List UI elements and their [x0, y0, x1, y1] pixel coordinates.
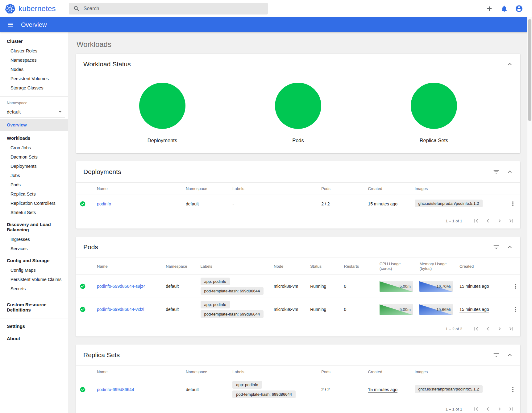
search-bar[interactable]	[69, 3, 268, 14]
last-page-button[interactable]	[505, 215, 517, 227]
cell-created: 15 minutes ago	[368, 201, 397, 207]
table-row: podinfo-699d86644-vxfzl default app: pod…	[76, 298, 520, 321]
pod-link[interactable]: podinfo-699d86644-vxfzl	[97, 307, 144, 312]
sidebar-item-services[interactable]: Services	[0, 244, 68, 253]
sidebar-item-custom-resource-definitions[interactable]: Custom Resource Definitions	[0, 297, 68, 315]
next-page-button[interactable]	[494, 215, 505, 227]
sidebar-section-config-storage[interactable]: Config and Storage	[0, 253, 68, 266]
filter-button[interactable]	[490, 241, 502, 253]
memory-value: 16.70Mi	[436, 284, 451, 289]
search-input[interactable]	[84, 6, 264, 11]
namespace-select[interactable]: default	[0, 106, 65, 118]
label-chip: pod-template-hash: 699d86644	[232, 390, 296, 398]
chevron-right-icon	[496, 406, 503, 412]
scrollbar[interactable]	[527, 17, 532, 413]
collapse-icon	[506, 243, 513, 251]
sidebar-item-ingresses[interactable]: Ingresses	[0, 235, 68, 244]
card-title: Deployments	[83, 168, 121, 176]
cpu-value: 5.00m	[400, 307, 411, 312]
next-page-button[interactable]	[494, 403, 505, 413]
filter-button[interactable]	[490, 349, 502, 361]
workload-status-card: Workload Status Deployments Pods Replica…	[76, 54, 520, 153]
deployment-link[interactable]: podinfo	[97, 201, 111, 206]
pods-table: Name Namespace Labels Node Status Restar…	[76, 258, 520, 321]
collapse-button[interactable]	[504, 349, 516, 361]
last-page-button[interactable]	[505, 403, 517, 413]
app-header: kubernetes	[0, 0, 532, 17]
sidebar-item-nodes[interactable]: Nodes	[0, 65, 68, 74]
card-header: Replica Sets	[76, 345, 520, 366]
cell-labels: -	[229, 195, 318, 213]
deployments-status-chart: Deployments	[139, 83, 185, 143]
first-page-button[interactable]	[470, 323, 482, 335]
cell-created: 15 minutes ago	[459, 284, 489, 289]
previous-page-button[interactable]	[482, 323, 494, 335]
sidebar-item-replica-sets[interactable]: Replica Sets	[0, 189, 68, 199]
hamburger-icon	[7, 21, 14, 28]
collapse-icon	[506, 168, 513, 176]
brand[interactable]: kubernetes	[5, 3, 56, 14]
previous-page-button[interactable]	[482, 403, 494, 413]
label-chip: pod-template-hash: 699d86644	[201, 287, 264, 295]
card-title: Pods	[83, 243, 98, 251]
label-chip: app: podinfo	[201, 301, 230, 308]
image-chip: ghcr.io/stefanprodan/podinfo:5.1.2	[415, 200, 483, 207]
previous-page-button[interactable]	[482, 215, 494, 227]
column-header-namespace: Namespace	[182, 183, 229, 195]
sidebar-item-deployments[interactable]: Deployments	[0, 162, 68, 171]
table-row: podinfo default - 2 / 2 15 minutes ago g…	[76, 195, 520, 213]
filter-button[interactable]	[490, 166, 502, 178]
memory-sparkline: 16.70Mi	[419, 281, 453, 292]
cell-labels: app: podinfo pod-template-hash: 699d8664…	[232, 381, 314, 398]
sidebar-item-cluster-roles[interactable]: Cluster Roles	[0, 46, 68, 56]
collapse-button[interactable]	[504, 241, 516, 253]
chevron-left-icon	[484, 217, 491, 224]
cell-pods: 2 / 2	[318, 195, 364, 213]
label-chip: app: podinfo	[201, 278, 230, 285]
first-page-button[interactable]	[470, 403, 482, 413]
sidebar-item-persistent-volume-claims[interactable]: Persistent Volume Claims	[0, 275, 68, 284]
row-menu-button[interactable]	[507, 383, 519, 396]
pod-link[interactable]: podinfo-699d86644-s9jz4	[97, 284, 146, 289]
sidebar-item-pods[interactable]: Pods	[0, 180, 68, 189]
user-menu-button[interactable]	[513, 2, 525, 15]
next-page-button[interactable]	[494, 323, 505, 335]
last-page-button[interactable]	[505, 323, 517, 335]
sidebar-section-workloads[interactable]: Workloads	[0, 131, 68, 143]
sidebar-item-config-maps[interactable]: Config Maps	[0, 266, 68, 275]
replica-set-link[interactable]: podinfo-699d86644	[97, 387, 134, 392]
cell-pods: 2 / 2	[318, 378, 364, 401]
row-menu-button[interactable]	[509, 303, 520, 316]
notifications-button[interactable]	[498, 2, 510, 15]
sidebar-item-daemon-sets[interactable]: Daemon Sets	[0, 152, 68, 162]
sidebar-item-jobs[interactable]: Jobs	[0, 171, 68, 180]
sidebar-item-persistent-volumes[interactable]: Persistent Volumes	[0, 74, 68, 83]
sidebar-item-about[interactable]: About	[0, 331, 68, 344]
row-menu-button[interactable]	[509, 280, 520, 292]
first-page-button[interactable]	[470, 215, 482, 227]
sidebar-item-overview[interactable]: Overview	[0, 119, 68, 131]
collapse-button[interactable]	[504, 166, 516, 178]
sidebar-section-cluster[interactable]: Cluster	[0, 34, 68, 46]
column-header-labels: Labels	[229, 366, 318, 378]
sidebar-item-replication-controllers[interactable]: Replication Controllers	[0, 199, 68, 208]
table-header-row: Name Namespace Labels Pods Created Image…	[76, 366, 520, 378]
sidebar-item-storage-classes[interactable]: Storage Classes	[0, 83, 68, 93]
workload-status-charts: Deployments Pods Replica Sets	[76, 75, 520, 153]
sidebar-item-cron-jobs[interactable]: Cron Jobs	[0, 143, 68, 152]
sidebar-section-discovery[interactable]: Discovery and Load Balancing	[0, 217, 68, 235]
scrollbar-thumb[interactable]	[528, 19, 531, 121]
cell-restarts: 0	[340, 298, 376, 321]
dropdown-arrow-icon	[57, 108, 64, 115]
menu-button[interactable]	[4, 19, 17, 31]
collapse-button[interactable]	[504, 58, 516, 70]
sidebar-item-stateful-sets[interactable]: Stateful Sets	[0, 208, 68, 217]
sidebar-item-settings[interactable]: Settings	[0, 319, 68, 331]
paginator: 1 – 1 of 1	[76, 213, 520, 229]
sidebar-item-secrets[interactable]: Secrets	[0, 284, 68, 293]
row-menu-button[interactable]	[507, 198, 519, 210]
create-resource-button[interactable]	[483, 2, 496, 15]
last-page-icon	[508, 406, 515, 412]
cell-created: 15 minutes ago	[368, 387, 397, 393]
sidebar-item-namespaces[interactable]: Namespaces	[0, 56, 68, 65]
